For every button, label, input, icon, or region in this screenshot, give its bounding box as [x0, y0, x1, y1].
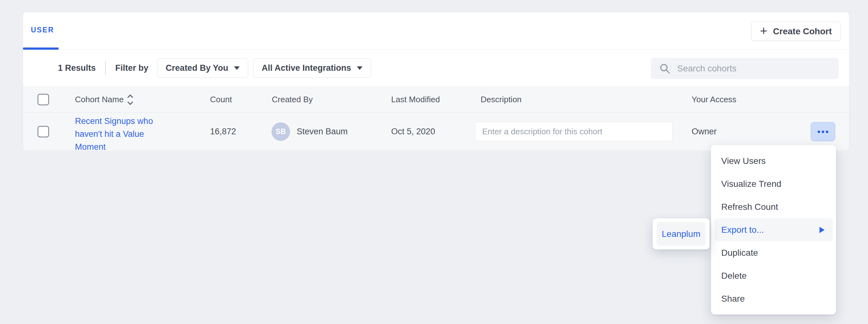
menu-item-export-to[interactable]: Export to...	[715, 218, 833, 241]
header-description: Description	[480, 87, 522, 112]
search-cohorts-box	[651, 58, 839, 79]
caret-down-icon	[234, 66, 240, 70]
ellipsis-icon	[826, 131, 828, 133]
cohort-context-menu: View Users Visualize Trend Refresh Count…	[711, 145, 836, 315]
menu-item-view-users[interactable]: View Users	[711, 149, 836, 172]
export-submenu: Leanplum	[653, 218, 710, 249]
filter-bar: 1 Results Filter by Created By You All A…	[23, 50, 849, 87]
select-all-checkbox[interactable]	[37, 94, 49, 105]
menu-item-refresh-count[interactable]: Refresh Count	[711, 195, 836, 218]
active-tab-indicator	[23, 47, 59, 50]
last-modified-date: Oct 5, 2020	[391, 113, 435, 150]
header-last-modified: Last Modified	[391, 87, 440, 112]
export-to-label: Export to...	[721, 225, 764, 235]
header-count: Count	[210, 87, 232, 112]
tab-user[interactable]: USER	[31, 12, 54, 47]
header-created-by: Created By	[272, 87, 313, 112]
table-header-row: Cohort Name Count Created By Last Modifi…	[23, 87, 849, 113]
select-all-checkbox-cell	[37, 87, 49, 112]
created-by-filter-value: Created By You	[166, 63, 228, 73]
ellipsis-icon	[822, 131, 824, 133]
submenu-item-leanplum[interactable]: Leanplum	[657, 222, 706, 246]
create-cohort-label: Create Cohort	[773, 27, 832, 36]
header-cohort-name-label: Cohort Name	[75, 95, 124, 104]
menu-item-duplicate[interactable]: Duplicate	[711, 241, 836, 264]
header-your-access: Your Access	[692, 87, 736, 112]
created-by-filter-dropdown[interactable]: Created By You	[157, 59, 248, 78]
plus-icon: +	[760, 25, 767, 37]
header-cohort-name[interactable]: Cohort Name	[75, 87, 132, 112]
tab-bar: USER + Create Cohort	[23, 12, 849, 50]
ellipsis-icon	[817, 131, 820, 133]
submenu-arrow-icon	[819, 227, 825, 233]
menu-item-share[interactable]: Share	[711, 287, 836, 310]
create-cohort-button[interactable]: + Create Cohort	[751, 22, 841, 41]
filter-by-label: Filter by	[115, 63, 148, 73]
avatar: SB	[272, 122, 290, 141]
created-by-name: Steven Baum	[297, 113, 348, 150]
cohort-name-link[interactable]: Recent Signups who haven't hit a Value M…	[75, 115, 159, 153]
description-input[interactable]	[475, 122, 673, 141]
menu-item-visualize-trend[interactable]: Visualize Trend	[711, 172, 836, 195]
menu-item-delete[interactable]: Delete	[711, 264, 836, 287]
more-options-button[interactable]	[811, 122, 835, 141]
sort-icon	[128, 95, 132, 104]
results-count: 1 Results	[58, 63, 96, 73]
integrations-filter-dropdown[interactable]: All Active Integrations	[253, 59, 371, 78]
divider	[105, 61, 106, 75]
row-checkbox-cell	[37, 113, 49, 150]
row-checkbox[interactable]	[37, 126, 49, 138]
caret-down-icon	[357, 66, 363, 70]
cohorts-panel: USER + Create Cohort 1 Results Filter by…	[23, 12, 849, 150]
cohort-count: 16,872	[210, 113, 236, 150]
search-icon	[659, 63, 670, 74]
integrations-filter-value: All Active Integrations	[262, 63, 351, 73]
search-cohorts-input[interactable]	[670, 58, 839, 79]
